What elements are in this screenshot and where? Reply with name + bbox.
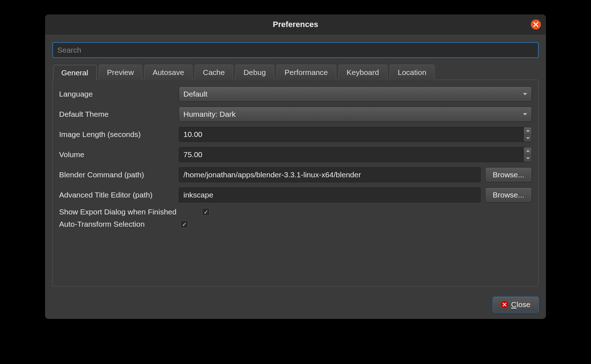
- auto-transform-checkbox[interactable]: ✓: [180, 220, 188, 228]
- chevron-up-icon: [526, 150, 530, 152]
- blender-browse-button[interactable]: Browse...: [485, 167, 532, 182]
- dialog-body: General Preview Autosave Cache Debug Per…: [45, 35, 546, 292]
- preferences-window: Preferences General Preview Autosave Cac…: [45, 14, 546, 319]
- close-circle-icon: [501, 301, 508, 308]
- chevron-down-icon: [523, 93, 527, 95]
- tab-cache[interactable]: Cache: [195, 65, 233, 80]
- chevron-up-icon: [526, 130, 530, 132]
- close-button-label: Close: [511, 300, 530, 309]
- window-title: Preferences: [273, 20, 318, 29]
- title-editor-path-label: Advanced Title Editor (path): [59, 191, 174, 199]
- general-panel: Language Default Default Theme Humanity:…: [52, 80, 539, 287]
- blender-path-input[interactable]: [179, 167, 481, 182]
- chevron-down-icon: [526, 157, 530, 159]
- volume-step-down[interactable]: [524, 155, 532, 162]
- tab-preview[interactable]: Preview: [99, 65, 142, 80]
- theme-label: Default Theme: [59, 110, 174, 119]
- show-export-label: Show Export Dialog when Finished: [59, 208, 196, 216]
- volume-label: Volume: [59, 150, 174, 159]
- tab-bar: General Preview Autosave Cache Debug Per…: [52, 65, 539, 80]
- titlebar: Preferences: [45, 14, 546, 35]
- image-length-input[interactable]: [179, 127, 524, 142]
- auto-transform-label: Auto-Transform Selection: [59, 220, 174, 228]
- window-close-button[interactable]: [531, 19, 541, 30]
- title-editor-browse-button[interactable]: Browse...: [485, 187, 532, 203]
- theme-value: Humanity: Dark: [183, 110, 236, 119]
- search-input[interactable]: [52, 42, 539, 58]
- language-value: Default: [183, 90, 208, 98]
- language-label: Language: [59, 90, 174, 98]
- title-editor-path-input[interactable]: [179, 187, 481, 203]
- dialog-footer: Close: [45, 292, 546, 319]
- theme-dropdown[interactable]: Humanity: Dark: [179, 107, 532, 122]
- volume-spinner[interactable]: [179, 147, 532, 162]
- image-length-spinner[interactable]: [179, 127, 532, 142]
- tab-debug[interactable]: Debug: [235, 65, 274, 80]
- tab-keyboard[interactable]: Keyboard: [338, 65, 387, 80]
- chevron-down-icon: [523, 113, 527, 115]
- volume-input[interactable]: [179, 147, 524, 162]
- language-dropdown[interactable]: Default: [179, 86, 532, 102]
- image-length-step-up[interactable]: [524, 127, 532, 135]
- image-length-label: Image Length (seconds): [59, 130, 174, 139]
- volume-step-up[interactable]: [524, 147, 532, 155]
- show-export-checkbox[interactable]: ✓: [202, 208, 210, 216]
- blender-path-label: Blender Command (path): [59, 170, 174, 179]
- chevron-down-icon: [526, 137, 530, 139]
- tab-general[interactable]: General: [53, 65, 97, 80]
- close-icon: [533, 22, 538, 27]
- tab-location[interactable]: Location: [390, 65, 435, 80]
- image-length-step-down[interactable]: [524, 135, 532, 142]
- close-button[interactable]: Close: [493, 297, 539, 312]
- tab-performance[interactable]: Performance: [276, 65, 336, 80]
- tab-autosave[interactable]: Autosave: [144, 65, 192, 80]
